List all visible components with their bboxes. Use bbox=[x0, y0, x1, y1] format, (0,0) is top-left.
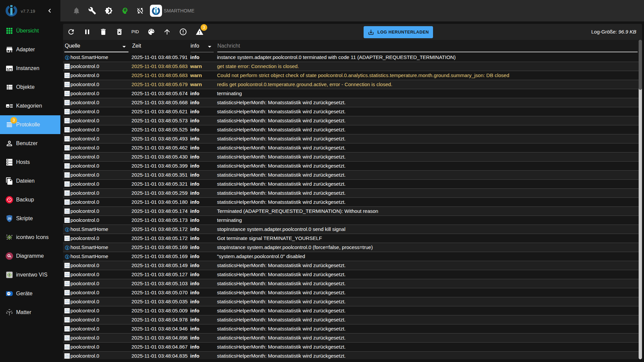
svg-text:Control: Control bbox=[65, 347, 69, 349]
svg-text:Pool: Pool bbox=[66, 336, 69, 338]
svg-text:Control: Control bbox=[65, 67, 69, 68]
svg-text:Control: Control bbox=[65, 212, 69, 213]
svg-text:Control: Control bbox=[65, 302, 69, 303]
svg-text:Control: Control bbox=[65, 266, 69, 267]
svg-text:Pool: Pool bbox=[66, 200, 69, 202]
svg-text:Control: Control bbox=[65, 293, 69, 294]
svg-text:Pool: Pool bbox=[66, 164, 69, 166]
svg-text:Pool: Pool bbox=[66, 291, 69, 293]
svg-text:Control: Control bbox=[65, 157, 69, 159]
svg-text:Control: Control bbox=[65, 130, 69, 131]
svg-text:Pool: Pool bbox=[66, 173, 69, 175]
svg-text:Pool: Pool bbox=[66, 110, 69, 112]
svg-text:Control: Control bbox=[65, 148, 69, 149]
svg-text:Control: Control bbox=[65, 329, 69, 330]
svg-text:Control: Control bbox=[65, 193, 69, 195]
svg-text:Pool: Pool bbox=[66, 345, 69, 347]
svg-text:Control: Control bbox=[65, 175, 69, 177]
svg-text:Control: Control bbox=[65, 103, 69, 104]
svg-text:Pool: Pool bbox=[66, 191, 69, 193]
svg-text:Control: Control bbox=[65, 139, 69, 140]
svg-text:Control: Control bbox=[65, 202, 69, 204]
svg-text:Control: Control bbox=[65, 184, 69, 186]
svg-text:Pool: Pool bbox=[66, 318, 69, 320]
svg-text:Pool: Pool bbox=[66, 137, 69, 139]
svg-text:Pool: Pool bbox=[66, 65, 69, 66]
svg-text:Pool: Pool bbox=[66, 146, 69, 148]
svg-text:Pool: Pool bbox=[66, 309, 69, 311]
svg-text:Pool: Pool bbox=[66, 101, 69, 103]
svg-text:Pool: Pool bbox=[66, 182, 69, 184]
svg-text:Control: Control bbox=[65, 239, 69, 240]
svg-text:Control: Control bbox=[65, 320, 69, 321]
svg-text:Control: Control bbox=[65, 112, 69, 113]
svg-text:Pool: Pool bbox=[66, 74, 69, 75]
svg-text:Pool: Pool bbox=[66, 273, 69, 275]
svg-text:Control: Control bbox=[65, 166, 69, 168]
svg-text:Pool: Pool bbox=[66, 83, 69, 84]
svg-text:Control: Control bbox=[65, 284, 69, 285]
svg-text:Pool: Pool bbox=[66, 300, 69, 302]
svg-text:Control: Control bbox=[65, 85, 69, 86]
svg-text:Pool: Pool bbox=[66, 209, 69, 211]
svg-text:Pool: Pool bbox=[66, 282, 69, 284]
svg-text:Pool: Pool bbox=[66, 264, 69, 265]
svg-text:Pool: Pool bbox=[66, 119, 69, 121]
svg-text:Pool: Pool bbox=[66, 219, 69, 220]
svg-text:Control: Control bbox=[65, 311, 69, 312]
svg-text:Control: Control bbox=[65, 121, 69, 122]
svg-text:Control: Control bbox=[65, 221, 69, 222]
svg-text:Control: Control bbox=[65, 94, 69, 95]
svg-text:Control: Control bbox=[65, 356, 69, 358]
svg-text:Pool: Pool bbox=[66, 155, 69, 157]
svg-text:Control: Control bbox=[65, 338, 69, 340]
svg-text:Pool: Pool bbox=[66, 237, 69, 238]
svg-text:Pool: Pool bbox=[66, 327, 69, 329]
svg-text:Control: Control bbox=[65, 76, 69, 77]
svg-text:JS: JS bbox=[8, 217, 11, 220]
svg-text:Pool: Pool bbox=[66, 92, 69, 94]
svg-text:Pool: Pool bbox=[66, 354, 69, 356]
svg-text:Control: Control bbox=[65, 275, 69, 276]
svg-text:Pool: Pool bbox=[66, 128, 69, 130]
